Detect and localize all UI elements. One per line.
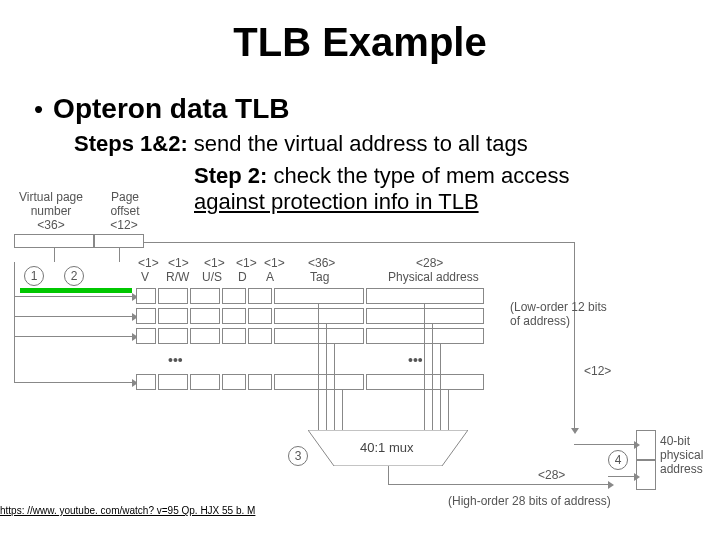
wire <box>334 344 335 430</box>
wire <box>14 336 132 337</box>
vpn-bits: <36> <box>26 218 76 232</box>
vpn-label: Virtual page number <box>16 190 86 218</box>
wire <box>574 444 634 445</box>
col-d-bits: <1> <box>236 256 257 270</box>
green-highlight <box>20 288 132 293</box>
step-circle-1: 1 <box>24 266 44 286</box>
col-d: D <box>238 270 247 284</box>
col-us: U/S <box>202 270 222 284</box>
bullet-text: Opteron data TLB <box>53 93 289 125</box>
col-a: A <box>266 270 274 284</box>
vpn-box <box>14 234 94 248</box>
page-title: TLB Example <box>24 20 696 65</box>
bullet-dot: • <box>34 96 43 122</box>
tlb-diagram: Virtual page number <36> Page offset <12… <box>8 204 712 504</box>
col-rw-bits: <1> <box>168 256 189 270</box>
wire <box>388 484 608 485</box>
wire <box>574 242 575 428</box>
col-v: V <box>141 270 149 284</box>
step-12-line: Steps 1&2: send the virtual address to a… <box>74 131 696 157</box>
wire <box>14 262 15 383</box>
wire <box>440 344 441 430</box>
wire <box>342 390 343 430</box>
col-a-bits: <1> <box>264 256 285 270</box>
wire <box>14 296 132 297</box>
col-v-bits: <1> <box>138 256 159 270</box>
wire <box>14 382 132 383</box>
col-tag-bits: <36> <box>308 256 335 270</box>
wire <box>424 304 425 430</box>
step-2-label: Step 2: <box>194 163 267 188</box>
step-circle-2: 2 <box>64 266 84 286</box>
wire <box>54 248 55 262</box>
wire <box>432 324 433 430</box>
col-pa: Physical address <box>388 270 479 284</box>
step-12-label: Steps 1&2: <box>74 131 188 156</box>
wire <box>388 466 389 484</box>
wire <box>119 248 120 262</box>
wire <box>326 324 327 430</box>
result-label: 40-bit physical address <box>660 434 716 476</box>
ellipsis: ••• <box>168 352 183 368</box>
po-box <box>94 234 144 248</box>
col-us-bits: <1> <box>204 256 225 270</box>
po-label: Page offset <box>100 190 150 218</box>
step-2-text: check the type of mem access <box>267 163 569 188</box>
col-pa-bits: <28> <box>416 256 443 270</box>
wire <box>608 476 634 477</box>
step-12-text: send the virtual address to all tags <box>188 131 528 156</box>
lower-bits-angle: <12> <box>584 364 611 378</box>
col-rw: R/W <box>166 270 189 284</box>
high-bits-label: (High-order 28 bits of address) <box>448 494 611 508</box>
wire <box>318 304 319 430</box>
wire <box>144 242 574 243</box>
ellipsis: ••• <box>408 352 423 368</box>
step-2-line: Step 2: check the type of mem access <box>194 163 696 189</box>
col-tag: Tag <box>310 270 329 284</box>
wire <box>14 316 132 317</box>
po-bits: <12> <box>104 218 144 232</box>
step-circle-4: 4 <box>608 450 628 470</box>
bullet-line: • Opteron data TLB <box>34 93 696 125</box>
wire <box>448 390 449 430</box>
mux-label: 40:1 mux <box>360 440 413 455</box>
lower-bits-label: (Low-order 12 bits of address) <box>510 300 650 328</box>
youtube-link[interactable]: https: //www. youtube. com/watch? v=95 Q… <box>0 505 255 516</box>
high-bits-angle: <28> <box>538 468 565 482</box>
step-circle-3: 3 <box>288 446 308 466</box>
